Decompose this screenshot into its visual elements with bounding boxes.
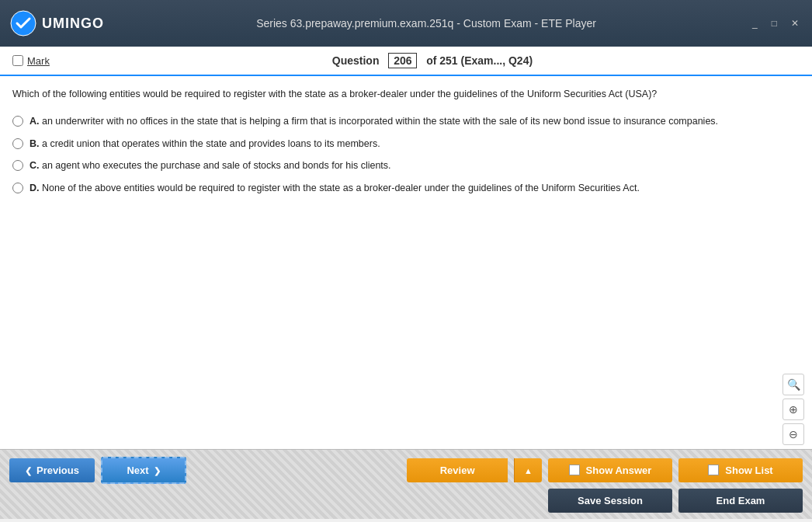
answer-option-d[interactable]: D. None of the above entities would be r… [12,181,800,196]
review-triangle-icon [524,465,533,476]
maximize-button[interactable]: □ [768,16,781,30]
side-icons: 🔍 ⊕ ⊖ [783,374,804,445]
prev-chevron-icon [25,465,32,476]
review-button[interactable]: Review [407,458,508,482]
mark-checkbox-input[interactable] [12,55,23,66]
logo-text: UMINGO [42,16,104,32]
radio-c[interactable] [12,160,23,171]
end-exam-button[interactable]: End Exam [678,489,803,513]
save-session-button[interactable]: Save Session [548,489,672,513]
search-icon-button[interactable]: 🔍 [783,374,804,395]
zoom-in-button[interactable]: ⊕ [783,398,804,420]
bottom-bar: Previous Next Review Show Answer Show Li… [0,449,812,519]
bottom-row-1: Previous Next Review Show Answer Show Li… [9,457,803,484]
window-title: Series 63.prepaway.premium.exam.251q - C… [104,17,748,30]
show-answer-checkbox-icon [569,465,580,475]
question-text: Which of the following entities would be… [12,87,800,102]
show-list-label: Show List [725,465,772,476]
question-number: 206 [388,53,417,68]
next-button[interactable]: Next [101,457,186,484]
answer-text-b: B. a credit union that operates within t… [29,137,380,151]
answer-option-b[interactable]: B. a credit union that operates within t… [12,137,800,151]
show-list-checkbox-icon [708,465,719,475]
close-button[interactable]: ✕ [787,16,803,30]
answer-text-c: C. an agent who executes the purchase an… [29,158,391,173]
radio-d[interactable] [12,183,23,193]
minimize-button[interactable]: _ [748,16,762,30]
answer-option-a[interactable]: A. an underwriter with no offices in the… [12,114,800,129]
mark-checkbox[interactable]: Mark [12,55,50,67]
logo-icon [9,9,37,37]
show-answer-label: Show Answer [586,465,652,476]
next-label: Next [127,465,148,476]
previous-button[interactable]: Previous [9,458,95,482]
radio-b[interactable] [12,138,23,149]
question-label: Question [332,54,380,67]
question-info: Question 206 of 251 (Exam..., Q24) [65,53,800,68]
show-list-button[interactable]: Show List [678,458,803,482]
zoom-out-button[interactable]: ⊖ [783,423,804,445]
previous-label: Previous [36,465,79,476]
show-answer-button[interactable]: Show Answer [548,458,672,482]
bottom-row-2: Save Session End Exam [9,489,803,513]
answer-text-a: A. an underwriter with no offices in the… [29,114,718,129]
answer-text-d: D. None of the above entities would be r… [29,181,640,196]
main-content: Which of the following entities would be… [0,76,812,449]
review-arrow-button[interactable] [514,458,542,482]
question-of-total: of 251 (Exam..., Q24) [426,54,533,67]
question-header: Mark Question 206 of 251 (Exam..., Q24) [0,47,812,76]
title-bar: UMINGO Series 63.prepaway.premium.exam.2… [0,0,812,47]
window-controls[interactable]: _ □ ✕ [748,16,803,30]
radio-a[interactable] [12,116,23,127]
mark-label: Mark [27,55,50,67]
next-chevron-icon [154,465,161,476]
logo: UMINGO [9,9,104,37]
answer-option-c[interactable]: C. an agent who executes the purchase an… [12,158,800,173]
